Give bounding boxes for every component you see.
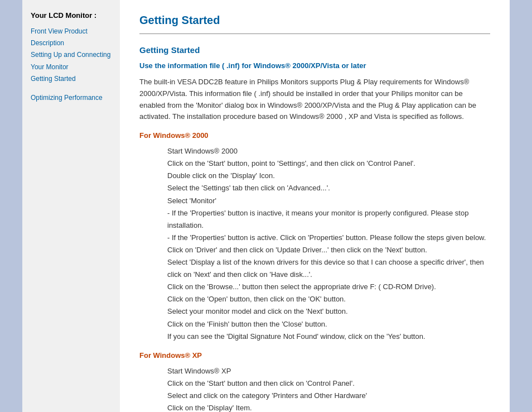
sidebar-item-optimizing[interactable]: Optimizing Performance: [31, 93, 112, 103]
win2000-step-4: Select the 'Settings' tab then click on …: [167, 182, 490, 194]
left-decorative-panel: [0, 0, 22, 412]
sidebar-item-setting-up[interactable]: Setting Up and Connecting: [31, 50, 112, 60]
sidebar-item-your-monitor[interactable]: Your Monitor: [31, 62, 112, 73]
win2000-step-9: Select 'Display a list of the known driv…: [167, 256, 490, 281]
sidebar-nav-secondary: Optimizing Performance: [31, 93, 112, 103]
sidebar-link-description[interactable]: Description: [31, 38, 112, 49]
winxp-heading: For Windows® XP: [139, 351, 490, 360]
sidebar: Your LCD Monitor : Front View Product De…: [22, 0, 120, 412]
winxp-step-2: Click on the 'Start' button and then cli…: [167, 377, 490, 390]
sidebar-item-getting-started[interactable]: Getting Started: [31, 74, 112, 84]
win2000-step-11: Click on the 'Open' button, then click o…: [167, 293, 490, 305]
sidebar-item-front-view[interactable]: Front View Product: [31, 26, 112, 37]
win2000-step-7: - If the 'Properties' button is active. …: [167, 232, 490, 244]
page-title: Getting Started: [139, 14, 490, 27]
divider: [139, 33, 490, 34]
win2000-step-8: Click on 'Driver' and then click on 'Upd…: [167, 244, 490, 256]
sidebar-link-getting-started[interactable]: Getting Started: [31, 74, 112, 84]
sidebar-title: Your LCD Monitor :: [31, 11, 112, 20]
win2000-heading: For Windows® 2000: [139, 131, 490, 140]
sidebar-nav-primary: Front View Product Description Setting U…: [31, 26, 112, 84]
win2000-step-13: Click on the 'Finish' button then the 'C…: [167, 318, 490, 330]
sidebar-link-optimizing[interactable]: Optimizing Performance: [31, 93, 112, 103]
win2000-step-6: - If the 'Properties' button is inactive…: [167, 207, 490, 232]
win2000-step-12: Select your monitor model and click on t…: [167, 305, 490, 318]
main-content: Getting Started Getting Started Use the …: [120, 0, 510, 412]
win2000-step-3: Double click on the 'Display' Icon.: [167, 170, 490, 182]
win2000-step-10: Click on the 'Browse...' button then sel…: [167, 281, 490, 293]
sidebar-link-setting-up[interactable]: Setting Up and Connecting: [31, 50, 112, 60]
sidebar-link-your-monitor[interactable]: Your Monitor: [31, 62, 112, 73]
right-decorative-panel: [510, 0, 532, 412]
subtitle: Use the information file ( .inf) for Win…: [139, 61, 490, 70]
win2000-steps: Start Windows® 2000 Click on the 'Start'…: [167, 145, 490, 343]
intro-text: The built-in VESA DDC2B feature in Phili…: [139, 76, 490, 123]
winxp-step-4: Click on the 'Display' Item.: [167, 402, 490, 412]
section-heading: Getting Started: [139, 45, 490, 55]
win2000-step-2: Click on the 'Start' button, point to 'S…: [167, 157, 490, 170]
winxp-steps: Start Windows® XP Click on the 'Start' b…: [167, 365, 490, 412]
sidebar-link-front-view[interactable]: Front View Product: [31, 26, 112, 37]
win2000-step-1: Start Windows® 2000: [167, 145, 490, 157]
winxp-step-1: Start Windows® XP: [167, 365, 490, 377]
winxp-step-3: Select and click on the category 'Printe…: [167, 390, 490, 402]
sidebar-item-description[interactable]: Description: [31, 38, 112, 49]
win2000-step-14: If you can see the 'Digital Signature No…: [167, 330, 490, 343]
win2000-step-5: Select 'Monitor': [167, 195, 490, 207]
